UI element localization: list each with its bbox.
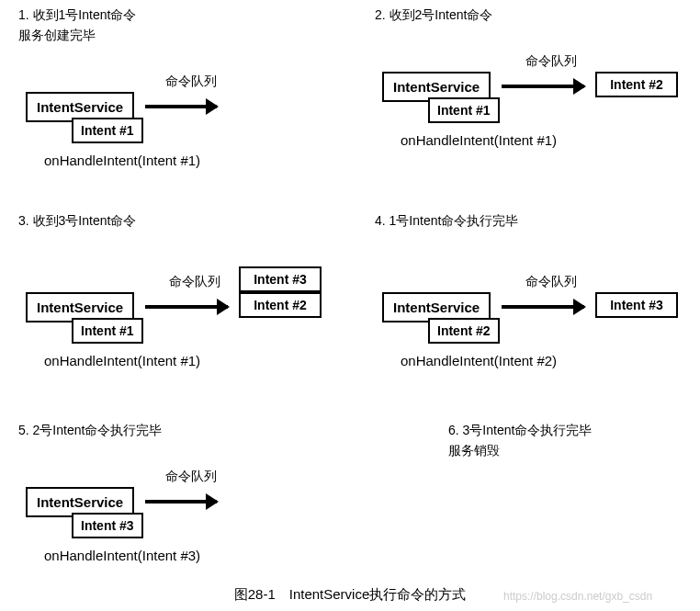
step-title: 2. 收到2号Intent命令 (375, 7, 700, 24)
handler-label: onHandleIntent(Intent #3) (44, 548, 200, 563)
step-5: 5. 2号Intent命令执行完毕 命令队列 IntentService Int… (18, 423, 358, 586)
queue-item: Intent #2 (595, 72, 678, 97)
queue-label: 命令队列 (165, 469, 217, 485)
step-title: 3. 收到3号Intent命令 (18, 213, 358, 230)
diagram: 命令队列 IntentService Intent #1 Intent #3 I… (18, 248, 358, 377)
diagram: 命令队列 IntentService Intent #1 Intent #2 o… (375, 42, 700, 171)
step-title: 6. 3号Intent命令执行完毕 (448, 423, 700, 439)
handler-label: onHandleIntent(Intent #1) (44, 153, 200, 168)
step-4: 4. 1号Intent命令执行完毕 命令队列 IntentService Int… (375, 213, 700, 377)
step-subtitle: 服务创建完毕 (18, 28, 358, 44)
current-intent-box: Intent #3 (72, 513, 143, 538)
watermark: https://blog.csdn.net/gxb_csdn (503, 590, 652, 603)
arrow-icon (145, 305, 228, 309)
queue-label: 命令队列 (169, 274, 220, 290)
step-3: 3. 收到3号Intent命令 命令队列 IntentService Inten… (18, 213, 358, 377)
queue-label: 命令队列 (525, 274, 577, 290)
step-6: 6. 3号Intent命令执行完毕 服务销毁 (448, 423, 700, 463)
current-intent-box: Intent #1 (72, 318, 143, 344)
diagram: 命令队列 IntentService Intent #3 onHandleInt… (18, 458, 358, 586)
current-intent-box: Intent #1 (72, 118, 143, 143)
step-subtitle: 服务销毁 (448, 443, 700, 459)
diagram: 命令队列 IntentService Intent #1 onHandleInt… (18, 62, 358, 191)
arrow-icon (145, 500, 217, 504)
diagram: 命令队列 IntentService Intent #2 Intent #3 o… (375, 248, 700, 377)
queue-item: Intent #2 (239, 292, 322, 318)
handler-label: onHandleIntent(Intent #1) (401, 132, 557, 148)
queue-item: Intent #3 (595, 292, 678, 318)
arrow-icon (145, 105, 217, 108)
queue-item: Intent #3 (239, 266, 322, 292)
step-title: 5. 2号Intent命令执行完毕 (18, 423, 358, 439)
queue-label: 命令队列 (525, 53, 577, 70)
step-1: 1. 收到1号Intent命令 服务创建完毕 命令队列 IntentServic… (18, 7, 358, 191)
handler-label: onHandleIntent(Intent #2) (401, 353, 557, 368)
step-title: 1. 收到1号Intent命令 (18, 7, 358, 24)
queue-label: 命令队列 (165, 74, 217, 90)
current-intent-box: Intent #1 (428, 97, 500, 123)
step-2: 2. 收到2号Intent命令 命令队列 IntentService Inten… (375, 7, 700, 171)
current-intent-box: Intent #2 (428, 318, 500, 344)
arrow-icon (502, 305, 584, 309)
arrow-icon (502, 85, 584, 88)
handler-label: onHandleIntent(Intent #1) (44, 353, 200, 368)
step-title: 4. 1号Intent命令执行完毕 (375, 213, 700, 230)
